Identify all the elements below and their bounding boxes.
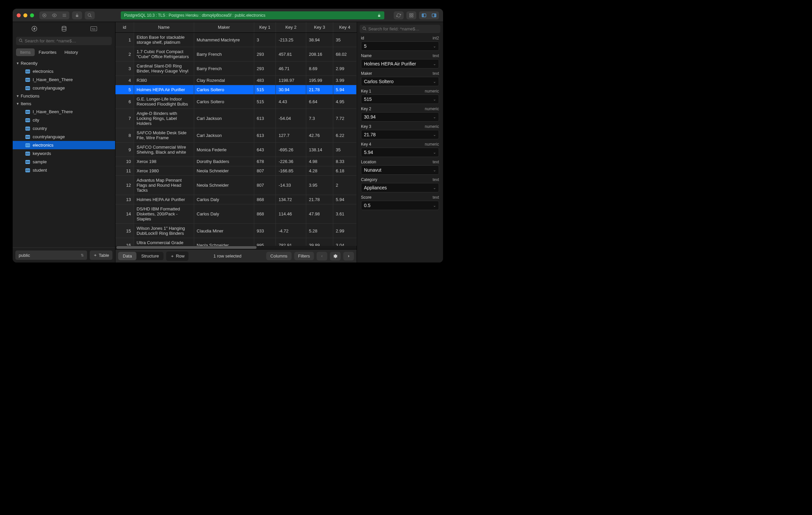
cell[interactable]: Angle-D Binders with Locking Rings, Labe… [134,109,194,128]
cell[interactable]: 38.94 [306,33,333,47]
cell[interactable]: 678 [254,157,276,166]
column-header[interactable]: Maker [194,22,254,33]
cell[interactable]: 35 [333,33,356,47]
cell[interactable]: 46.71 [276,61,306,76]
column-header[interactable]: Name [134,22,194,33]
cell[interactable]: Carl Jackson [194,128,254,143]
cell[interactable]: 4.95 [333,94,356,109]
cell[interactable]: 2 [333,176,356,195]
cell[interactable]: Advantus Map Pennant Flags and Round Hea… [134,176,194,195]
cell[interactable]: 42.76 [306,128,333,143]
cell[interactable]: -213.25 [276,33,306,47]
cell[interactable]: Eldon Base for stackable storage shelf, … [134,33,194,47]
cell[interactable]: 3.61 [333,205,356,224]
column-header[interactable]: Key 1 [254,22,276,33]
cell[interactable]: 4.28 [306,166,333,176]
cell[interactable]: -166.85 [276,166,306,176]
table-row[interactable]: 7Angle-D Binders with Locking Rings, Lab… [115,109,357,128]
cell[interactable]: Monica Federle [194,143,254,157]
column-header[interactable]: Key 4 [333,22,356,33]
cell[interactable]: -14.33 [276,176,306,195]
sidebar-item-sample[interactable]: sample [13,158,115,166]
cell[interactable]: 114.46 [276,205,306,224]
bolt-icon[interactable] [30,25,38,33]
preview-button[interactable] [49,11,59,19]
add-row-button[interactable]: ＋ Row [166,251,188,261]
field-value-input[interactable]: Nunavut⌄ [361,165,439,175]
table-row[interactable]: 5Holmes HEPA Air PurifierCarlos Soltero5… [115,85,357,94]
tree-section[interactable]: ▼Functions [13,92,115,100]
cell[interactable]: 483 [254,76,276,85]
cell[interactable]: 6.18 [333,166,356,176]
cell[interactable]: Holmes HEPA Air Purifier [134,85,194,94]
column-header[interactable]: Key 2 [276,22,306,33]
cell[interactable]: 293 [254,47,276,61]
cell[interactable]: 515 [254,94,276,109]
cell[interactable]: 3.99 [333,76,356,85]
cell[interactable]: 1.7 Cubic Foot Compact "Cube" Office Ref… [134,47,194,61]
cell[interactable]: 4.98 [306,157,333,166]
columns-button[interactable]: Columns [266,252,291,260]
cell[interactable]: 1 [115,33,134,47]
cell[interactable]: 4 [115,76,134,85]
cell[interactable]: 995 [254,238,276,246]
cell[interactable]: 12 [115,176,134,195]
field-value-input[interactable]: 21.78⌄ [361,130,439,139]
table-row[interactable]: 13Holmes HEPA Air PurifierCarlos Daly868… [115,195,357,205]
cell[interactable]: Wilson Jones 1" Hanging DublLock® Ring B… [134,224,194,238]
cell[interactable]: Claudia Miner [194,224,254,238]
cell[interactable]: -226.36 [276,157,306,166]
cell[interactable]: 127.7 [276,128,306,143]
cell[interactable]: 868 [254,195,276,205]
lock-button[interactable] [72,11,82,19]
cell[interactable]: 10 [115,157,134,166]
sidebar-item-keywords[interactable]: keywords [13,149,115,158]
field-value-input[interactable]: Appliances⌄ [361,183,439,192]
field-value-input[interactable]: Holmes HEPA Air Purifier⌄ [361,59,439,69]
field-value-input[interactable]: 5⌄ [361,42,439,51]
table-row[interactable]: 6G.E. Longer-Life Indoor Recessed Floodl… [115,94,357,109]
cell[interactable]: -54.04 [276,109,306,128]
cell[interactable]: 8.33 [333,157,356,166]
search-button[interactable] [85,11,95,19]
table-row[interactable]: 11Xerox 1980Neola Schneider807-166.854.2… [115,166,357,176]
table-row[interactable]: 9SAFCO Commercial Wire Shelving, Black a… [115,143,357,157]
cell[interactable]: -4.72 [276,224,306,238]
cell[interactable]: 5.28 [306,224,333,238]
table-row[interactable]: 21.7 Cubic Foot Compact "Cube" Office Re… [115,47,357,61]
sidebar-item-electronics[interactable]: electronics [13,141,115,149]
cell[interactable]: 782.91 [276,238,306,246]
field-value-input[interactable]: 5.94⌄ [361,147,439,157]
cell[interactable]: 613 [254,128,276,143]
cell[interactable]: 21.78 [306,85,333,94]
cell[interactable]: SAFCO Mobile Desk Side File, Wire Frame [134,128,194,143]
add-table-button[interactable]: ＋ Table [90,250,112,260]
cell[interactable]: DS/HD IBM Formatted Diskettes, 200/Pack … [134,205,194,224]
tab-history[interactable]: History [60,48,82,56]
cell[interactable]: 138.14 [306,143,333,157]
table-row[interactable]: 10Xerox 198Dorothy Badders678-226.364.98… [115,157,357,166]
cell[interactable]: Carlos Soltero [194,85,254,94]
next-button[interactable] [343,252,354,261]
cell[interactable]: 643 [254,143,276,157]
disconnect-button[interactable] [39,11,49,19]
horizontal-scrollbar[interactable] [115,246,357,249]
grid-button[interactable] [406,11,416,19]
cell[interactable]: 21.78 [306,195,333,205]
cell[interactable]: Carl Jackson [194,109,254,128]
table-row[interactable]: 8SAFCO Mobile Desk Side File, Wire Frame… [115,128,357,143]
cell[interactable]: Carlos Soltero [194,94,254,109]
database-icon[interactable] [60,25,68,33]
cell[interactable]: 6 [115,94,134,109]
data-tab[interactable]: Data [118,252,137,260]
tab-items[interactable]: Items [16,48,35,56]
cell[interactable]: 5.94 [333,85,356,94]
cell[interactable]: 16 [115,238,134,246]
tree-section[interactable]: ▼Recently [13,59,115,67]
cell[interactable]: -695.26 [276,143,306,157]
cell[interactable]: 15 [115,224,134,238]
cell[interactable]: 5.94 [333,195,356,205]
cell[interactable]: Neola Schneider [194,176,254,195]
tree-section[interactable]: ▼Items [13,100,115,108]
cell[interactable]: Barry French [194,47,254,61]
